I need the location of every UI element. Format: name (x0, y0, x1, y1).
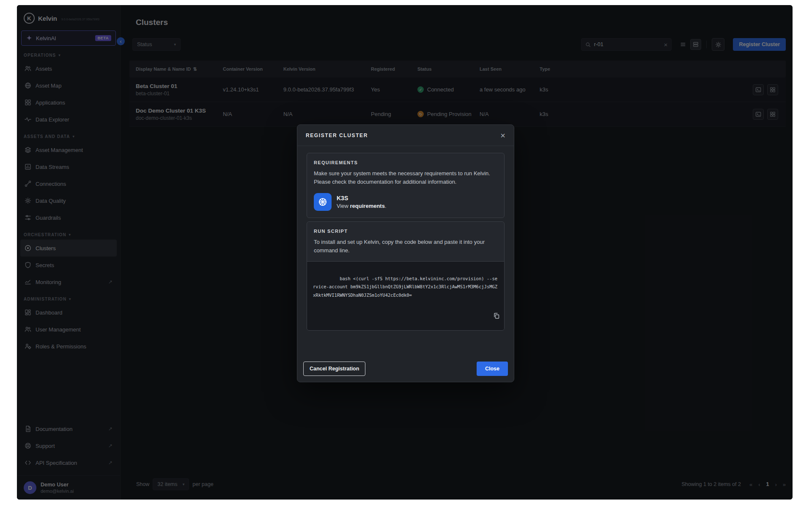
view-requirements-text: View requirements. (337, 203, 387, 209)
run-script-text: To install and set up Kelvin, copy the c… (314, 238, 497, 255)
requirements-section: REQUIREMENTS Make sure your system meets… (307, 153, 505, 218)
requirements-link[interactable]: requirements (350, 203, 385, 209)
provision-command: bash <(curl -sfS https://beta.kelvininc.… (313, 276, 497, 298)
modal-footer: Cancel Registration Close (303, 362, 508, 376)
run-script-section: RUN SCRIPT To install and set up Kelvin,… (307, 221, 505, 331)
run-script-title: RUN SCRIPT (314, 229, 497, 234)
modal-title: REGISTER CLUSTER (306, 133, 368, 138)
provision-code-block[interactable]: bash <(curl -sfS https://beta.kelvininc.… (307, 261, 504, 331)
app-window: K Kelvin 9.0.0-beta2026.37.95fa799f3 Kel… (17, 5, 793, 500)
requirements-title: REQUIREMENTS (314, 160, 497, 165)
close-button[interactable]: Close (477, 362, 508, 376)
copy-icon (493, 312, 500, 319)
close-icon[interactable]: × (500, 131, 505, 140)
k3s-label: K3S (337, 195, 387, 202)
register-cluster-modal: REGISTER CLUSTER × REQUIREMENTS Make sur… (297, 124, 514, 382)
modal-header: REGISTER CLUSTER × (297, 125, 514, 146)
k3s-logo (314, 193, 332, 211)
k3s-row: K3S View requirements. (314, 193, 497, 211)
requirements-text: Make sure your system meets the necessar… (314, 169, 497, 186)
cancel-registration-button[interactable]: Cancel Registration (303, 362, 365, 376)
modal-body: REQUIREMENTS Make sure your system meets… (297, 146, 514, 331)
copy-code-button[interactable] (475, 306, 500, 327)
